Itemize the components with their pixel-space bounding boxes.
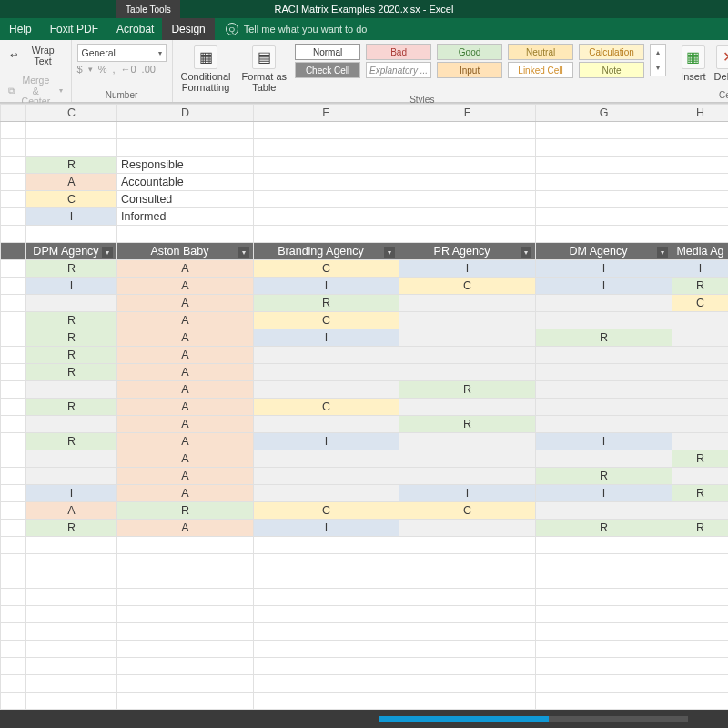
cell[interactable] bbox=[26, 295, 117, 312]
cell[interactable] bbox=[672, 468, 729, 485]
cell[interactable] bbox=[672, 537, 729, 554]
worksheet-area[interactable]: CDEFGHRResponsibleAAccountableCConsulted… bbox=[0, 103, 728, 712]
legend-key[interactable]: R bbox=[26, 157, 117, 174]
cell[interactable] bbox=[672, 502, 729, 520]
cell[interactable] bbox=[1, 364, 26, 381]
cell[interactable] bbox=[536, 312, 672, 329]
cell[interactable]: R bbox=[26, 433, 117, 450]
cell[interactable] bbox=[672, 693, 729, 710]
cell[interactable] bbox=[536, 139, 672, 157]
cell[interactable]: I bbox=[399, 485, 536, 502]
cell[interactable] bbox=[399, 606, 536, 623]
cell[interactable] bbox=[536, 502, 672, 520]
styles-gallery-expand[interactable]: ▴ ▾ bbox=[650, 44, 666, 76]
cell[interactable] bbox=[254, 381, 399, 399]
cell[interactable] bbox=[1, 693, 26, 710]
cell[interactable] bbox=[1, 295, 26, 312]
cell[interactable]: R bbox=[26, 329, 117, 347]
cell[interactable] bbox=[399, 329, 536, 347]
cell[interactable] bbox=[399, 122, 536, 139]
cell-style-explanatory[interactable]: Explanatory ... bbox=[366, 62, 431, 78]
table-column-header[interactable]: Aston Baby▾ bbox=[117, 243, 254, 260]
cell[interactable] bbox=[672, 381, 729, 399]
cell[interactable] bbox=[1, 122, 26, 139]
cell[interactable] bbox=[672, 191, 729, 208]
cell[interactable]: A bbox=[26, 502, 117, 520]
cell[interactable] bbox=[1, 589, 26, 606]
cell[interactable] bbox=[254, 675, 399, 693]
cell[interactable] bbox=[399, 520, 536, 537]
worksheet-grid[interactable]: CDEFGHRResponsibleAAccountableCConsulted… bbox=[0, 104, 728, 712]
cell[interactable]: R bbox=[536, 468, 672, 485]
cell[interactable] bbox=[536, 191, 672, 208]
cell[interactable] bbox=[399, 399, 536, 416]
cell[interactable] bbox=[1, 485, 26, 502]
cell[interactable] bbox=[536, 347, 672, 364]
cell-style-linked-cell[interactable]: Linked Cell bbox=[508, 62, 573, 78]
cell[interactable] bbox=[254, 122, 399, 139]
table-column-header[interactable]: Branding Agency▾ bbox=[254, 243, 399, 260]
cell[interactable]: R bbox=[26, 260, 117, 278]
cell[interactable] bbox=[1, 675, 26, 693]
cell[interactable] bbox=[254, 537, 399, 554]
cell[interactable] bbox=[536, 658, 672, 675]
cell[interactable] bbox=[672, 329, 729, 347]
format-as-table-button[interactable]: ▤ Format as Table bbox=[239, 44, 290, 95]
cell-style-calculation[interactable]: Calculation bbox=[579, 44, 644, 60]
legend-key[interactable]: C bbox=[26, 191, 117, 208]
cell[interactable]: A bbox=[117, 295, 254, 312]
column-header[interactable]: G bbox=[536, 105, 672, 122]
cell[interactable] bbox=[117, 226, 254, 243]
cell[interactable] bbox=[1, 399, 26, 416]
column-header[interactable]: C bbox=[26, 105, 117, 122]
cell[interactable] bbox=[254, 191, 399, 208]
cell[interactable] bbox=[536, 381, 672, 399]
cell[interactable] bbox=[536, 623, 672, 641]
cell[interactable] bbox=[1, 329, 26, 347]
cell[interactable] bbox=[254, 693, 399, 710]
cell[interactable] bbox=[26, 537, 117, 554]
filter-dropdown-icon[interactable]: ▾ bbox=[102, 247, 113, 258]
cell[interactable] bbox=[399, 433, 536, 450]
cell[interactable]: R bbox=[26, 399, 117, 416]
cell[interactable] bbox=[26, 641, 117, 658]
cell[interactable]: A bbox=[117, 468, 254, 485]
cell[interactable] bbox=[1, 157, 26, 174]
percent-format-button[interactable]: % bbox=[98, 64, 107, 75]
cell[interactable] bbox=[1, 554, 26, 571]
cell[interactable]: A bbox=[117, 450, 254, 468]
cell[interactable] bbox=[399, 693, 536, 710]
cell[interactable]: A bbox=[117, 364, 254, 381]
cell[interactable] bbox=[254, 226, 399, 243]
cell[interactable] bbox=[672, 433, 729, 450]
column-header[interactable]: E bbox=[254, 105, 399, 122]
cell[interactable] bbox=[254, 450, 399, 468]
cell[interactable] bbox=[1, 278, 26, 295]
cell[interactable] bbox=[536, 295, 672, 312]
cell[interactable] bbox=[399, 468, 536, 485]
column-header[interactable] bbox=[1, 105, 26, 122]
tab-foxit-pdf[interactable]: Foxit PDF bbox=[41, 18, 107, 40]
cell[interactable] bbox=[399, 139, 536, 157]
cell[interactable] bbox=[672, 606, 729, 623]
cell[interactable] bbox=[536, 122, 672, 139]
cell[interactable] bbox=[672, 157, 729, 174]
cell[interactable] bbox=[117, 641, 254, 658]
cell[interactable] bbox=[1, 606, 26, 623]
cell[interactable] bbox=[1, 658, 26, 675]
cell[interactable] bbox=[117, 675, 254, 693]
cell[interactable] bbox=[399, 208, 536, 226]
cell[interactable]: C bbox=[254, 312, 399, 329]
cell[interactable] bbox=[536, 157, 672, 174]
cell[interactable] bbox=[1, 312, 26, 329]
table-column-header[interactable]: PR Agency▾ bbox=[399, 243, 536, 260]
cell[interactable] bbox=[1, 226, 26, 243]
cell[interactable] bbox=[117, 693, 254, 710]
cell[interactable] bbox=[399, 623, 536, 641]
legend-label[interactable]: Accountable bbox=[117, 174, 254, 191]
cell-style-note[interactable]: Note bbox=[579, 62, 644, 78]
cell[interactable]: R bbox=[26, 520, 117, 537]
cell[interactable]: C bbox=[399, 278, 536, 295]
cell[interactable] bbox=[1, 174, 26, 191]
cell[interactable]: I bbox=[254, 433, 399, 450]
